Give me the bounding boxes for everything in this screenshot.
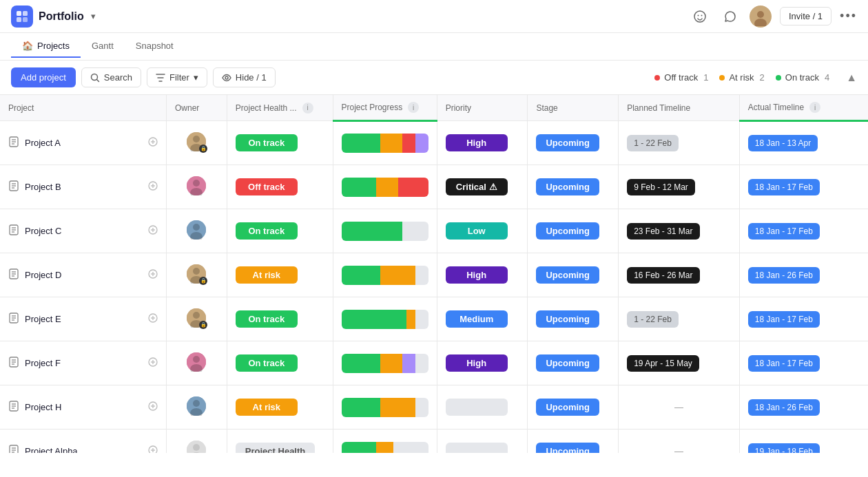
project-name-cell: Project C bbox=[0, 209, 167, 253]
table-row: Project A 🔒 On trackHighUpcoming1 - 22 F… bbox=[0, 121, 868, 165]
emoji-icon-btn[interactable] bbox=[689, 6, 711, 28]
projects-icon: 🏠 bbox=[22, 41, 33, 51]
stage-cell: Upcoming bbox=[528, 165, 619, 209]
stage-cell: Upcoming bbox=[528, 297, 619, 341]
progress-segment bbox=[342, 266, 381, 285]
add-comment-icon[interactable] bbox=[148, 181, 158, 193]
progress-segment bbox=[342, 178, 376, 197]
table-header-row: Project Owner Project Health ... i Proje… bbox=[0, 95, 868, 121]
project-name: Project H bbox=[25, 402, 61, 412]
health-cell: At risk bbox=[227, 253, 333, 297]
th-priority: Priority bbox=[437, 95, 528, 121]
svg-point-80 bbox=[193, 400, 200, 407]
add-comment-icon[interactable] bbox=[148, 401, 158, 413]
hide-button[interactable]: Hide / 1 bbox=[213, 67, 276, 87]
health-cell: On track bbox=[227, 209, 333, 253]
add-comment-icon[interactable] bbox=[148, 313, 158, 325]
priority-badge: High bbox=[446, 134, 508, 151]
actual-cell: 18 Jan - 26 Feb bbox=[739, 253, 868, 297]
planned-timeline-badge: 1 - 22 Feb bbox=[627, 135, 679, 151]
health-badge: At risk bbox=[236, 399, 298, 416]
actual-timeline-badge: 18 Jan - 26 Feb bbox=[748, 399, 820, 416]
add-comment-icon[interactable] bbox=[148, 445, 158, 453]
chevron-down-icon[interactable]: ▾ bbox=[91, 11, 96, 21]
progress-segment bbox=[380, 354, 402, 373]
actual-cell: 18 Jan - 17 Feb bbox=[739, 209, 868, 253]
priority-cell: Medium bbox=[437, 297, 528, 341]
svg-point-40 bbox=[193, 224, 200, 231]
app-title: Portfolio bbox=[39, 10, 84, 23]
owner-avatar bbox=[187, 352, 206, 372]
health-badge: On track bbox=[236, 134, 298, 151]
project-doc-icon bbox=[8, 401, 19, 414]
planned-timeline-badge: 1 - 22 Feb bbox=[627, 311, 679, 328]
filter-button[interactable]: Filter ▾ bbox=[147, 67, 207, 87]
stage-badge: Upcoming bbox=[536, 178, 599, 195]
actual-timeline-badge: 18 Jan - 17 Feb bbox=[748, 311, 820, 328]
stage-badge: Upcoming bbox=[536, 443, 599, 453]
progress-bar bbox=[342, 134, 428, 153]
collapse-icon[interactable]: ▲ bbox=[846, 72, 857, 84]
actual-cell: 18 Jan - 17 Feb bbox=[739, 165, 868, 209]
stage-badge: Upcoming bbox=[536, 266, 599, 284]
priority-badge: Low bbox=[446, 222, 508, 240]
message-icon-btn[interactable] bbox=[719, 6, 741, 28]
table-row: Project F On trackHighUpcoming19 Apr - 1… bbox=[0, 341, 868, 385]
invite-button[interactable]: Invite / 1 bbox=[780, 7, 831, 25]
project-name-cell: Project A bbox=[0, 121, 167, 165]
tab-gantt[interactable]: Gantt bbox=[81, 35, 125, 58]
owner-avatar bbox=[187, 441, 206, 453]
progress-info-icon[interactable]: i bbox=[408, 102, 419, 113]
planned-timeline-badge: 19 Apr - 15 May bbox=[627, 355, 699, 372]
lock-badge: 🔒 bbox=[199, 321, 207, 329]
actual-info-icon[interactable]: i bbox=[809, 102, 820, 113]
stage-badge: Upcoming bbox=[536, 310, 599, 328]
planned-timeline-badge: 16 Feb - 26 Mar bbox=[627, 267, 699, 284]
planned-cell: 1 - 22 Feb bbox=[619, 297, 740, 341]
progress-segment-empty bbox=[402, 222, 428, 241]
add-comment-icon[interactable] bbox=[148, 269, 158, 281]
priority-cell: High bbox=[437, 341, 528, 385]
user-avatar[interactable] bbox=[750, 6, 772, 28]
stage-cell: Upcoming bbox=[528, 209, 619, 253]
filter-icon bbox=[156, 73, 165, 83]
priority-cell: High bbox=[437, 253, 528, 297]
progress-segment bbox=[398, 178, 428, 197]
svg-point-70 bbox=[193, 356, 200, 363]
progress-bar bbox=[342, 310, 428, 329]
more-options-icon[interactable]: ••• bbox=[840, 9, 857, 23]
svg-rect-2 bbox=[17, 17, 21, 22]
priority-cell: High bbox=[437, 121, 528, 165]
svg-rect-0 bbox=[17, 11, 21, 16]
th-owner: Owner bbox=[167, 95, 227, 121]
health-cell: On track bbox=[227, 297, 333, 341]
owner-cell bbox=[167, 165, 227, 209]
stage-badge: Upcoming bbox=[536, 222, 599, 240]
add-comment-icon[interactable] bbox=[148, 357, 158, 369]
stage-cell: Upcoming bbox=[528, 341, 619, 385]
add-comment-icon[interactable] bbox=[148, 137, 158, 149]
table-row: Project D 🔒 At riskHighUpcoming16 Feb - … bbox=[0, 253, 868, 297]
progress-segment bbox=[380, 398, 415, 417]
actual-cell: 19 Jan - 18 Feb bbox=[739, 430, 868, 454]
priority-badge: High bbox=[446, 266, 508, 284]
actual-cell: 18 Jan - 26 Feb bbox=[739, 385, 868, 430]
health-info-icon[interactable]: i bbox=[302, 103, 313, 114]
priority-cell: Low bbox=[437, 209, 528, 253]
tab-snapshot[interactable]: Snapshot bbox=[125, 35, 185, 58]
add-project-button[interactable]: Add project bbox=[11, 67, 76, 87]
search-button[interactable]: Search bbox=[81, 67, 141, 87]
tab-projects[interactable]: 🏠 Projects bbox=[11, 35, 81, 58]
progress-segment bbox=[415, 134, 428, 153]
filter-chevron-icon: ▾ bbox=[194, 72, 198, 83]
svg-rect-1 bbox=[23, 11, 28, 16]
add-comment-icon[interactable] bbox=[148, 225, 158, 237]
app-logo bbox=[11, 6, 33, 28]
projects-table: Project Owner Project Health ... i Proje… bbox=[0, 95, 868, 453]
stage-cell: Upcoming bbox=[528, 385, 619, 430]
priority-cell: Critical ⚠ bbox=[437, 165, 528, 209]
project-name: Project Alpha bbox=[25, 446, 78, 453]
progress-segment bbox=[342, 310, 407, 329]
owner-cell: 🔒 bbox=[167, 297, 227, 341]
project-doc-icon bbox=[8, 445, 19, 453]
